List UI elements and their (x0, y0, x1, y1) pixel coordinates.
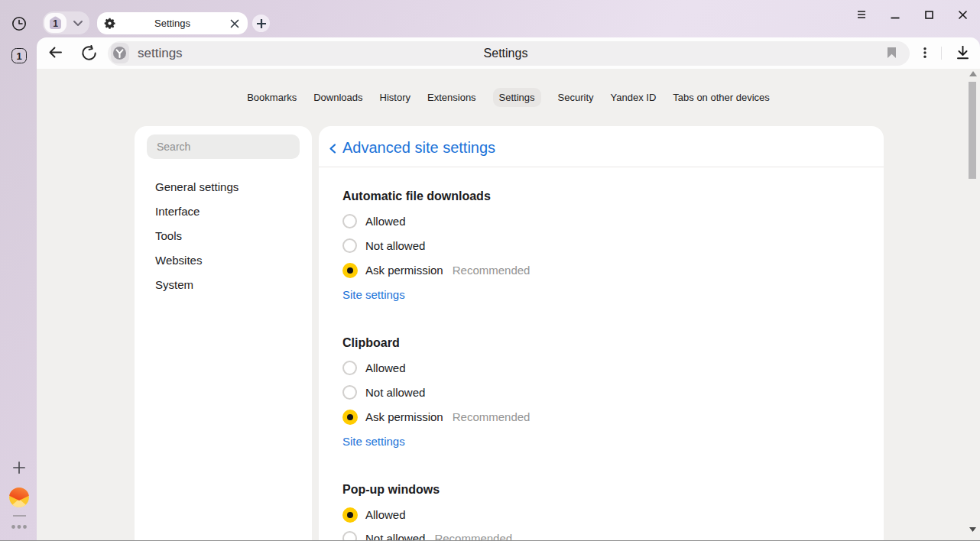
svg-text:1: 1 (53, 18, 58, 29)
